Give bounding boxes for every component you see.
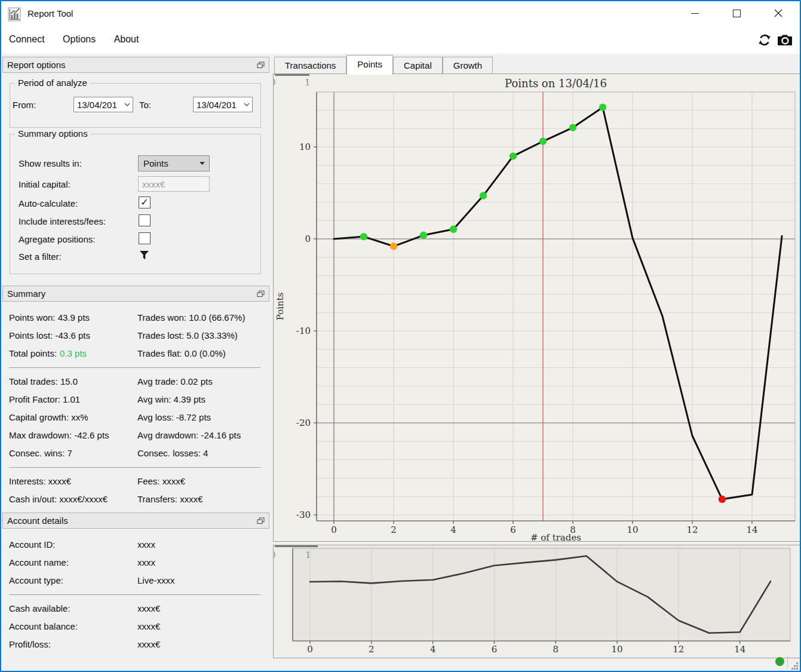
- report-options-title: Report options: [7, 60, 66, 70]
- checkmark-icon: ✓: [140, 197, 148, 208]
- summary-row: Consec. wins: 7 Consec. losses: 4: [9, 444, 262, 462]
- tab-transactions[interactable]: Transactions: [274, 57, 346, 74]
- agregate-positions-label: Agregate positions:: [19, 234, 95, 244]
- summary-row: Total points:0.3 pts Trades flat: 0.0 (0…: [9, 345, 262, 363]
- svg-text:14: 14: [746, 524, 757, 535]
- close-icon: [774, 9, 782, 17]
- float-panel-button[interactable]: [257, 290, 265, 297]
- account-row: Account ID: xxxx: [9, 536, 262, 554]
- tab-growth[interactable]: Growth: [443, 57, 493, 74]
- transfers: Transfers: xxxx€: [137, 490, 262, 508]
- svg-text:12: 12: [686, 524, 698, 535]
- account-details-header: Account details: [2, 513, 269, 529]
- svg-text:Points: Points: [275, 293, 286, 321]
- date-to-select[interactable]: 13/04/201: [193, 97, 253, 112]
- tab-points[interactable]: Points: [346, 55, 393, 75]
- report-options-panel: Report options Period of analyze From: 1…: [2, 57, 269, 276]
- show-results-select[interactable]: Points: [138, 155, 210, 171]
- account-balance-label: Account balance:: [9, 618, 137, 636]
- svg-text:-30: -30: [296, 510, 311, 520]
- auto-calculate-checkbox[interactable]: ✓: [139, 197, 151, 208]
- avg-loss: Avg loss: -8.72 pts: [137, 409, 262, 426]
- period-group-label: Period of analyze: [15, 78, 90, 88]
- cash-available-label: Cash available:: [9, 600, 137, 618]
- refresh-button[interactable]: [757, 32, 772, 48]
- resize-grip[interactable]: [790, 661, 799, 670]
- scrollbar-artifact: [275, 74, 309, 76]
- menu-connect[interactable]: Connect: [1, 27, 53, 45]
- summary-row: Points lost: -43.6 pts Trades lost: 5.0 …: [9, 327, 262, 345]
- account-row: Account type: Live-xxxx: [9, 572, 262, 590]
- menu-options[interactable]: Options: [55, 27, 103, 45]
- points-won: Points won: 43.9 pts: [9, 309, 137, 327]
- close-button[interactable]: [765, 1, 792, 25]
- maximize-button[interactable]: [723, 1, 750, 25]
- float-panel-button[interactable]: [257, 517, 265, 524]
- menubar: Connect Options About: [1, 27, 800, 54]
- from-label: From:: [13, 100, 36, 110]
- svg-text:10: 10: [612, 644, 623, 655]
- account-type-label: Account type:: [9, 572, 137, 590]
- summary-row: Interests: xxxx€ Fees: xxxx€: [9, 472, 262, 490]
- svg-text:2: 2: [391, 524, 397, 535]
- svg-text:# of trades: # of trades: [530, 532, 581, 541]
- statusbar-divider: [787, 656, 788, 668]
- account-name-label: Account name:: [9, 554, 137, 572]
- agregate-positions-checkbox[interactable]: [139, 232, 151, 244]
- axis-artifact-zero: 0: [273, 77, 276, 88]
- tab-capital[interactable]: Capital: [393, 57, 443, 74]
- trades-won: Trades won: 10.0 (66.67%): [137, 309, 262, 327]
- account-details-title: Account details: [7, 515, 68, 526]
- refresh-icon: [757, 33, 772, 47]
- chevron-down-icon: [124, 103, 130, 106]
- titlebar: Report Tool: [1, 1, 800, 27]
- account-name-value: xxxx: [137, 554, 262, 572]
- account-row: Profit/loss: xxxx€: [9, 636, 262, 653]
- minimize-button[interactable]: [681, 1, 708, 25]
- float-window-icon: [257, 517, 265, 524]
- include-interests-checkbox[interactable]: [139, 214, 151, 226]
- svg-text:8: 8: [553, 644, 559, 655]
- axis-artifact-one: 1: [305, 77, 311, 88]
- date-from-select[interactable]: 13/04/201: [73, 97, 133, 112]
- set-filter-label: Set a filter:: [19, 251, 62, 262]
- summary-panel: Summary Points won: 43.9 pts Trades won:…: [2, 286, 269, 508]
- total-points: Total points:0.3 pts: [9, 345, 137, 363]
- filter-button[interactable]: [139, 250, 150, 260]
- svg-text:0: 0: [331, 524, 337, 535]
- svg-text:10: 10: [627, 524, 638, 535]
- to-label: To:: [139, 100, 151, 110]
- auto-calculate-label: Auto-calculate:: [19, 198, 78, 208]
- summary-options-group: Summary options Show results in: Points …: [10, 134, 261, 274]
- summary-row: Points won: 43.9 pts Trades won: 10.0 (6…: [9, 309, 262, 327]
- axis-artifact-one: 1: [305, 550, 311, 560]
- account-type-value: Live-xxxx: [137, 572, 262, 590]
- account-id-label: Account ID:: [9, 536, 137, 554]
- fees: Fees: xxxx€: [137, 472, 262, 490]
- app-title: Report Tool: [27, 8, 73, 19]
- avg-trade: Avg trade: 0.02 pts: [137, 373, 262, 391]
- profit-loss-label: Profit/loss:: [9, 636, 137, 653]
- summary-row: Cash in/out: xxxx€/xxxx€ Transfers: xxxx…: [9, 490, 262, 508]
- axis-artifact-zero: 0: [273, 550, 276, 560]
- date-to-value: 13/04/201: [197, 100, 237, 110]
- total-points-value: 0.3 pts: [60, 348, 87, 358]
- initial-capital-input: xxxx€: [138, 176, 210, 192]
- screenshot-button[interactable]: [777, 32, 793, 48]
- svg-text:6: 6: [492, 644, 498, 655]
- svg-text:Points on 13/04/16: Points on 13/04/16: [505, 77, 607, 90]
- menu-about[interactable]: About: [106, 27, 147, 45]
- svg-text:-20: -20: [296, 418, 311, 428]
- svg-text:-10: -10: [296, 326, 311, 336]
- include-interests-label: Include interests/fees:: [19, 216, 106, 226]
- report-options-header: Report options: [2, 57, 269, 73]
- svg-text:6: 6: [510, 524, 516, 535]
- svg-text:10: 10: [299, 142, 311, 152]
- funnel-icon: [139, 250, 150, 260]
- float-panel-button[interactable]: [257, 62, 265, 69]
- overview-line-chart[interactable]: 02468101214: [274, 545, 800, 658]
- initial-capital-value: xxxx€: [142, 179, 165, 189]
- avg-drawdown: Avg drawdown: -24.16 pts: [137, 426, 262, 444]
- divider: [9, 367, 260, 368]
- app-window: Report Tool Connect Options About: [0, 0, 801, 672]
